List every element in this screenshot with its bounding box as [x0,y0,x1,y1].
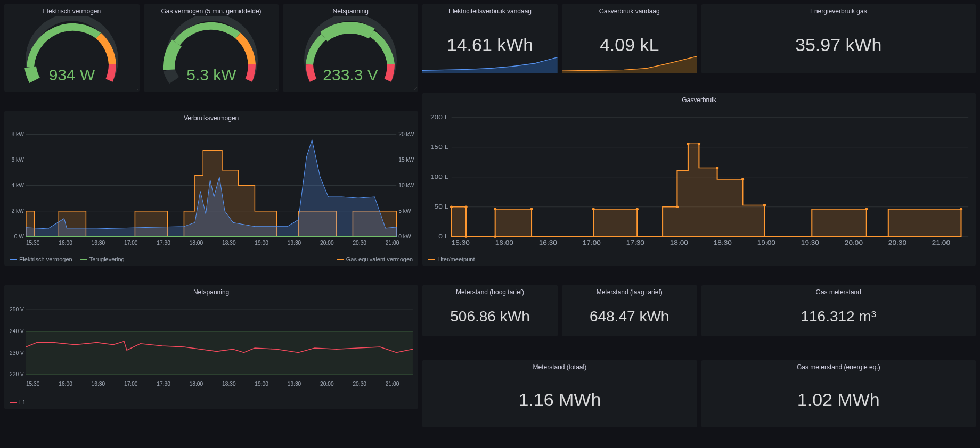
svg-text:10 kW: 10 kW [398,182,414,188]
gauge-svg: 233.3 V [292,16,409,91]
svg-text:19:30: 19:30 [288,381,301,387]
chart-canvas[interactable]: 220 V 230 V 240 V 250 V 15:30 16:00 16:3… [4,297,418,397]
svg-text:18:30: 18:30 [714,239,732,246]
x-axis: 15:30 16:00 16:30 17:00 17:30 18:00 18:3… [452,239,951,246]
svg-text:4 kW: 4 kW [12,182,24,188]
x-axis: 15:30 16:00 16:30 17:00 17:30 18:00 18:3… [26,381,399,387]
panel-elec-today[interactable]: Elektriciteitsverbruik vandaag 14.61 kWh [422,4,558,73]
resize-handle-icon[interactable] [274,87,277,90]
legend-item-elec[interactable]: Elektrisch vermogen [10,256,72,262]
panel-title: Gasverbruik vandaag [562,4,697,16]
panel-netspanning-chart[interactable]: Netspanning 220 V 230 V 240 V 250 V [4,285,418,409]
gauge-svg: 5.3 kW [153,16,270,91]
svg-text:20 kW: 20 kW [398,131,414,137]
svg-text:18:00: 18:00 [190,381,203,387]
panel-meter-totaal[interactable]: Meterstand (totaal) 1.16 MWh [422,360,697,427]
y-axis: 0 L 50 L 100 L 150 L 200 L [430,114,448,239]
svg-point-38 [464,206,467,208]
svg-point-39 [464,236,467,238]
panel-meter-laag[interactable]: Meterstand (laag tarief) 648.47 kWh [562,285,697,336]
gauge-body: 934 W [4,16,140,92]
panel-energy-gas[interactable]: Energieverbruik gas 35.97 kWh [701,4,976,73]
svg-text:16:30: 16:30 [92,240,105,246]
chart-body[interactable]: 0 W 2 kW 4 kW 6 kW 8 kW 0 kW 5 kW 10 kW … [4,123,418,254]
svg-point-52 [960,208,962,210]
svg-text:100 L: 100 L [430,173,448,180]
resize-handle-icon[interactable] [414,87,417,90]
panel-gas-stand[interactable]: Gas meterstand 116.312 m³ [701,285,976,336]
legend-item-l1[interactable]: L1 [10,399,26,405]
svg-text:21:00: 21:00 [932,239,950,246]
resize-handle-icon[interactable] [135,87,138,90]
stat-body: 35.97 kWh [701,16,976,73]
svg-text:6 kW: 6 kW [12,157,24,163]
svg-text:15:30: 15:30 [452,239,470,246]
svg-text:19:00: 19:00 [757,239,775,246]
legend-item-terug[interactable]: Teruglevering [80,256,125,262]
svg-text:17:30: 17:30 [157,240,170,246]
panel-title: Gas meterstand [701,285,976,297]
chart-legend: L1 [4,397,418,409]
panel-elec-power-gauge[interactable]: Elektrisch vermogen 934 W [4,4,140,92]
panel-gasverbruik[interactable]: Gasverbruik 0 L 50 L 100 L 150 L 200 L [422,93,976,266]
svg-text:16:00: 16:00 [495,239,513,246]
chart-canvas[interactable]: 0 W 2 kW 4 kW 6 kW 8 kW 0 kW 5 kW 10 kW … [4,123,418,254]
sparkline [562,53,697,73]
panel-title: Gas vermogen (5 min. gemiddelde) [144,4,279,16]
svg-text:0 W: 0 W [14,234,24,239]
svg-point-45 [676,206,679,208]
panel-gas-power-gauge[interactable]: Gas vermogen (5 min. gemiddelde) 5.3 kW [144,4,279,92]
chart-legend: Elektrisch vermogen Teruglevering Gas eq… [4,254,418,266]
stat-value: 116.312 m³ [801,308,876,325]
stat-value: 14.61 kWh [447,35,534,55]
svg-text:17:00: 17:00 [583,239,601,246]
gauge-value: 233.3 V [323,66,378,84]
svg-point-37 [450,206,453,208]
svg-text:250 V: 250 V [10,306,24,312]
panel-title: Elektrisch vermogen [4,4,140,16]
svg-point-50 [763,204,766,206]
svg-text:19:30: 19:30 [288,240,301,246]
legend-item-liter[interactable]: Liter/meetpunt [428,256,475,262]
svg-text:20:00: 20:00 [845,239,863,246]
svg-point-40 [494,236,496,238]
x-axis: 15:30 16:00 16:30 17:00 17:30 18:00 18:3… [26,240,399,246]
svg-text:19:30: 19:30 [801,239,819,246]
svg-text:8 kW: 8 kW [12,131,24,137]
panel-title: Netspanning [283,4,418,16]
svg-text:21:00: 21:00 [386,381,399,387]
panel-title: Gas meterstand (energie eq.) [701,360,976,372]
panel-title: Gasverbruik [422,93,976,105]
chart-body[interactable]: 0 L 50 L 100 L 150 L 200 L 15: [422,105,976,254]
panel-title: Meterstand (hoog tarief) [422,285,558,297]
svg-point-44 [636,208,639,210]
svg-point-42 [530,208,533,210]
gauge-body: 233.3 V [283,16,418,92]
chart-canvas[interactable]: 0 L 50 L 100 L 150 L 200 L 15: [422,105,976,254]
stat-body: 4.09 kL [562,16,697,73]
svg-text:16:30: 16:30 [539,239,557,246]
panel-voltage-gauge[interactable]: Netspanning 233.3 V [283,4,418,92]
svg-point-48 [716,167,718,169]
svg-text:220 V: 220 V [10,371,24,377]
legend-item-gaseq[interactable]: Gas equivalent vermogen [337,256,413,262]
series-liter [452,144,961,236]
svg-text:18:00: 18:00 [670,239,688,246]
stat-value: 35.97 kWh [795,35,882,55]
panel-meter-hoog[interactable]: Meterstand (hoog tarief) 506.86 kWh [422,285,558,336]
stat-value: 4.09 kL [600,35,659,55]
svg-point-46 [687,143,689,145]
panel-verbruiksvermogen[interactable]: Verbruiksvermogen 0 W 2 kW 4 kW 6 kW 8 k… [4,111,418,266]
svg-text:20:30: 20:30 [353,240,366,246]
panel-title: Meterstand (laag tarief) [562,285,697,297]
panel-gas-energy-eq[interactable]: Gas meterstand (energie eq.) 1.02 MWh [701,360,976,427]
svg-text:50 L: 50 L [435,203,449,210]
panel-gas-today[interactable]: Gasverbruik vandaag 4.09 kL [562,4,697,73]
stat-value: 648.47 kWh [590,308,669,325]
svg-text:20:30: 20:30 [888,239,907,246]
svg-text:21:00: 21:00 [386,240,399,246]
svg-text:150 L: 150 L [430,144,448,150]
chart-body[interactable]: 220 V 230 V 240 V 250 V 15:30 16:00 16:3… [4,297,418,397]
svg-text:20:30: 20:30 [353,381,366,387]
svg-text:17:00: 17:00 [124,240,138,246]
